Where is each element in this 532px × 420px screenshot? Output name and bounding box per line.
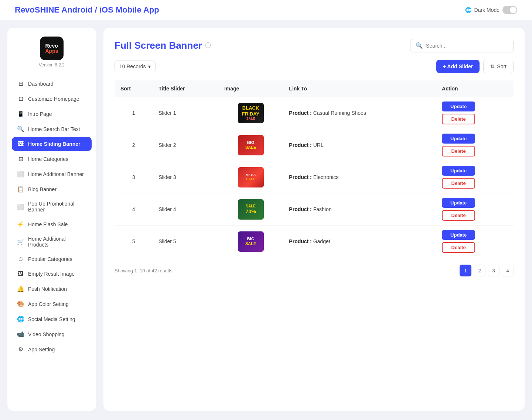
page-btn-1[interactable]: 1	[460, 265, 471, 276]
sort-label: Sort	[497, 63, 507, 69]
title-4: Slider 4	[153, 193, 218, 226]
col-sort: Sort	[115, 80, 153, 97]
nav-icon-home-categories: ⊞	[17, 155, 24, 162]
nav-icon-app-color-setting: 🎨	[17, 300, 24, 307]
image-cell-4: SALE70%	[218, 193, 283, 226]
link-to-5: Product : Gadget	[283, 226, 436, 258]
nav-icon-customize-homepage: ⊡	[17, 95, 24, 102]
update-button-2[interactable]: Update	[442, 134, 475, 144]
slider-thumb-4: SALE70%	[238, 199, 264, 220]
title-2: Slider 2	[153, 129, 218, 161]
pagination: 1234	[460, 265, 514, 276]
page-title-text: Full Screen Banner	[115, 40, 202, 51]
nav-icon-push-notification: 🔔	[17, 285, 24, 292]
dark-mode-switch[interactable]	[502, 6, 517, 14]
records-label: 10 Records	[119, 63, 146, 69]
sidebar-item-push-notification[interactable]: 🔔 Push Notification	[12, 282, 92, 296]
sidebar-item-intro-page[interactable]: 📱 Intro Page	[12, 107, 92, 121]
delete-button-2[interactable]: Delete	[442, 146, 475, 156]
slider-thumb-2: BIGSALE	[238, 135, 264, 155]
sidebar-item-home-flash-sale[interactable]: ⚡ Home Flash Sale	[12, 217, 92, 231]
table-head: SortTitle SliderImageLink ToAction	[115, 80, 514, 97]
link-to-1: Product : Casual Running Shoes	[283, 97, 436, 129]
app-title: RevoSHINE Android / iOS Mobile App	[15, 5, 159, 15]
sidebar-label-empty-result-image: Empty Result Image	[28, 271, 75, 277]
sidebar-item-app-setting[interactable]: ⚙ App Setting	[12, 342, 92, 357]
page-btn-2[interactable]: 2	[474, 265, 485, 276]
action-cell-5: Update Delete	[436, 226, 514, 258]
link-to-4: Product : Fashion	[283, 193, 436, 226]
update-button-3[interactable]: Update	[442, 166, 475, 176]
update-button-4[interactable]: Update	[442, 198, 475, 208]
search-box[interactable]: 🔍	[410, 39, 514, 52]
delete-button-1[interactable]: Delete	[442, 114, 475, 124]
logo-wrap: Revo Apps Version 8.2.2	[39, 37, 65, 68]
records-select[interactable]: 10 Records ▾	[115, 61, 156, 72]
delete-button-4[interactable]: Delete	[442, 210, 475, 221]
sidebar-item-social-media-setting[interactable]: 🌐 Social Media Setting	[12, 312, 92, 326]
table-row: 1 Slider 1 BLACKFRIDAYSALE Product : Cas…	[115, 97, 514, 129]
sidebar-item-popular-categories[interactable]: ☺ Popular Categories	[12, 252, 92, 266]
sort-num-1: 1	[115, 97, 153, 129]
nav-icon-home-additional-products: 🛒	[17, 238, 24, 245]
update-button-5[interactable]: Update	[442, 230, 475, 240]
action-cell-3: Update Delete	[436, 161, 514, 193]
title-5: Slider 5	[153, 226, 218, 258]
nav-icon-empty-result-image: 🖼	[17, 271, 24, 277]
app-header: RevoSHINE Android / iOS Mobile App 🌐 Dar…	[0, 0, 532, 20]
showing-text: Showing 1–10 of 42 results	[115, 268, 173, 273]
col-image: Image	[218, 80, 283, 97]
sidebar-item-customize-homepage[interactable]: ⊡ Customize Homepage	[12, 92, 92, 106]
sidebar-label-home-sliding-banner: Home Sliding Banner	[28, 141, 81, 147]
sidebar-item-video-shopping[interactable]: 📹 Video Shopping	[12, 327, 92, 341]
sidebar-item-home-categories[interactable]: ⊞ Home Categories	[12, 152, 92, 166]
sidebar-item-home-sliding-banner[interactable]: 🖼 Home Sliding Banner	[12, 137, 92, 151]
sidebar-item-blog-banner[interactable]: 📋 Blog Banner	[12, 182, 92, 196]
page-btn-3[interactable]: 3	[488, 265, 499, 276]
sidebar-label-home-categories: Home Categories	[28, 156, 68, 162]
sidebar-item-app-color-setting[interactable]: 🎨 App Color Setting	[12, 297, 92, 311]
nav-icon-intro-page: 📱	[17, 110, 24, 117]
sidebar-item-empty-result-image[interactable]: 🖼 Empty Result Image	[12, 267, 92, 281]
delete-button-5[interactable]: Delete	[442, 242, 475, 253]
sidebar-item-pop-up-promotional-banner[interactable]: ⬜ Pop Up Promotional Banner	[12, 197, 92, 216]
chevron-down-icon: ▾	[148, 63, 151, 69]
logo-revo: Revo	[45, 43, 58, 48]
table-row: 4 Slider 4 SALE70% Product : Fashion Upd…	[115, 193, 514, 226]
sidebar-label-home-additional-products: Home Additional Products	[28, 236, 86, 248]
sort-button[interactable]: ⇅ Sort	[483, 60, 514, 73]
table-body: 1 Slider 1 BLACKFRIDAYSALE Product : Cas…	[115, 97, 514, 258]
nav-list: ⊞ Dashboard⊡ Customize Homepage📱 Intro P…	[12, 76, 92, 357]
sidebar-label-dashboard: Dashboard	[28, 81, 54, 87]
page-header: Full Screen Banner ⓘ 🔍	[115, 39, 514, 52]
sidebar-label-home-additional-banner: Home Additional Banner	[28, 171, 84, 177]
nav-icon-pop-up-promotional-banner: ⬜	[17, 203, 24, 210]
sidebar-item-home-additional-products[interactable]: 🛒 Home Additional Products	[12, 232, 92, 251]
sidebar-item-home-search-bar-text[interactable]: 🔍 Home Search Bar Text	[12, 122, 92, 136]
action-cell-2: Update Delete	[436, 129, 514, 161]
image-cell-3: MEGASALE	[218, 161, 283, 193]
sort-num-5: 5	[115, 226, 153, 258]
sidebar-label-home-flash-sale: Home Flash Sale	[28, 221, 68, 227]
sidebar-label-pop-up-promotional-banner: Pop Up Promotional Banner	[28, 201, 86, 213]
nav-icon-home-additional-banner: ⬜	[17, 171, 24, 178]
update-button-1[interactable]: Update	[442, 101, 475, 111]
controls-right: + Add Slider ⇅ Sort	[436, 60, 514, 73]
sidebar-item-home-additional-banner[interactable]: ⬜ Home Additional Banner	[12, 167, 92, 181]
nav-icon-home-search-bar-text: 🔍	[17, 125, 24, 132]
main-content: Full Screen Banner ⓘ 🔍 10 Records ▾ + Ad…	[103, 28, 525, 411]
nav-icon-social-media-setting: 🌐	[17, 316, 24, 323]
dark-mode-toggle[interactable]: 🌐 Dark Mode	[465, 6, 517, 14]
sidebar-item-dashboard[interactable]: ⊞ Dashboard	[12, 76, 92, 91]
page-btn-4[interactable]: 4	[502, 265, 514, 276]
delete-button-3[interactable]: Delete	[442, 178, 475, 189]
search-input[interactable]	[426, 43, 508, 49]
sidebar-label-push-notification: Push Notification	[28, 286, 67, 292]
search-icon: 🔍	[416, 42, 423, 49]
link-to-2: Product : URL	[283, 129, 436, 161]
sidebar-label-home-search-bar-text: Home Search Bar Text	[28, 126, 80, 132]
nav-icon-blog-banner: 📋	[17, 186, 24, 193]
title-3: Slider 3	[153, 161, 218, 193]
table-row: 2 Slider 2 BIGSALE Product : URL Update …	[115, 129, 514, 161]
add-slider-button[interactable]: + Add Slider	[436, 60, 480, 73]
